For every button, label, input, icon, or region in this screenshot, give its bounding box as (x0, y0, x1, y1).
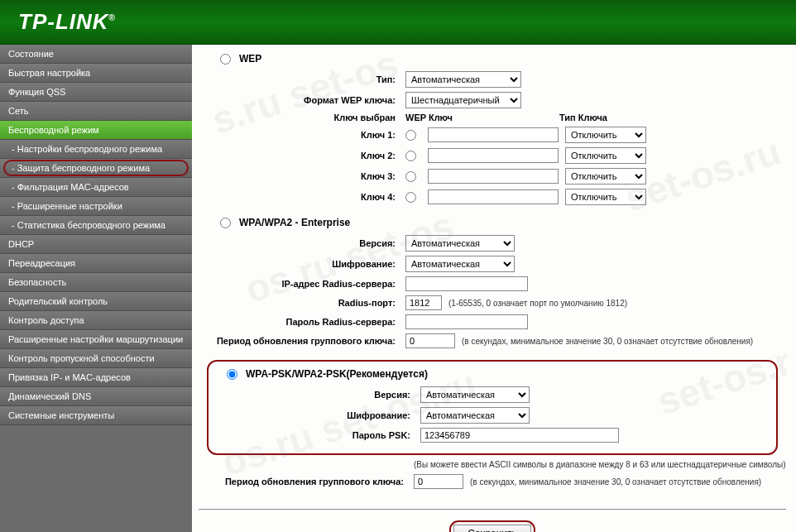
psk-password-label: Пароль PSK: (213, 430, 420, 440)
wep-format-label: Формат WEP ключа: (199, 95, 405, 105)
sidebar-item-9[interactable]: - Статистика беспроводного режима (0, 216, 192, 235)
wep-key-2-radio[interactable] (405, 151, 416, 161)
wpa-enterprise-section: WPA/WPA2 - Enterprise Версия: Автоматиче… (199, 217, 786, 348)
sidebar-item-12[interactable]: Безопасность (0, 273, 192, 292)
wep-col-type: Тип Ключа (559, 113, 708, 122)
sidebar-item-10[interactable]: DHCP (0, 235, 192, 254)
main-content: s.ru set-os os.ru set-os os.ru set-os.ru… (192, 45, 796, 532)
brand-logo: TP-LINK® (18, 9, 116, 35)
wep-key-4-type-select[interactable]: Отключить (565, 189, 646, 205)
wep-key-4-radio[interactable] (405, 192, 416, 203)
wep-key-1-type-select[interactable]: Отключить (565, 127, 646, 143)
radius-ip-input[interactable] (405, 276, 528, 291)
sidebar-item-15[interactable]: Расширенные настройки маршрутизации (0, 330, 192, 349)
wep-title: WEP (239, 53, 261, 65)
header: TP-LINK® (0, 0, 796, 45)
wpa-psk-groupkey-hint: (в секундах, минимальное значение 30, 0 … (470, 477, 761, 486)
wep-type-label: Тип: (199, 74, 405, 84)
wpa-ent-groupkey-input[interactable] (405, 333, 455, 348)
wep-key-3-input[interactable] (428, 169, 559, 184)
wep-radio[interactable] (220, 54, 231, 65)
wpa-psk-encryption-label: Шифрование: (213, 410, 420, 420)
wep-key-1-label: Ключ 1: (199, 130, 405, 140)
sidebar-item-1[interactable]: Быстрая настройка (0, 64, 192, 83)
sidebar-item-0[interactable]: Состояние (0, 45, 192, 64)
radius-port-hint: (1-65535, 0 означает порт по умолчанию 1… (448, 299, 627, 308)
radius-ip-label: IP-адрес Radius-сервера: (199, 279, 405, 289)
psk-hint: (Вы можете ввести ASCII символы в диапаз… (414, 460, 786, 469)
radius-pass-input[interactable] (405, 314, 528, 329)
sidebar-item-7[interactable]: - Фильтрация MAC-адресов (0, 178, 192, 197)
wep-key-3-label: Ключ 3: (199, 171, 405, 181)
wpa-ent-version-select[interactable]: Автоматическая (405, 235, 515, 252)
wpa-ent-title: WPA/WPA2 - Enterprise (239, 217, 350, 228)
radius-port-label: Radius-порт: (199, 298, 405, 308)
wpa-psk-encryption-select[interactable]: Автоматическая (420, 407, 530, 424)
sidebar-item-8[interactable]: - Расширенные настройки (0, 197, 192, 216)
sidebar-item-3[interactable]: Сеть (0, 102, 192, 121)
wep-key-1-input[interactable] (428, 127, 559, 142)
wep-format-select[interactable]: Шестнадцатеричный (405, 92, 521, 108)
wpa-psk-radio[interactable] (227, 369, 237, 380)
wpa-ent-groupkey-label: Период обновления группового ключа: (199, 336, 405, 346)
wep-key-2-input[interactable] (428, 148, 559, 163)
wep-key-selected-label: Ключ выбран (199, 113, 405, 122)
wpa-ent-encryption-select[interactable]: Автоматическая (405, 256, 515, 272)
wep-key-2-type-select[interactable]: Отключить (565, 147, 646, 164)
wpa-psk-groupkey-label: Период обновления группового ключа: (207, 477, 414, 486)
wpa-psk-version-label: Версия: (213, 390, 420, 400)
wep-key-4-input[interactable] (428, 189, 559, 204)
wpa-psk-version-select[interactable]: Автоматическая (420, 386, 530, 403)
sidebar-item-11[interactable]: Переадресация (0, 254, 192, 273)
sidebar-item-5[interactable]: - Настройки беспроводного режима (0, 140, 192, 159)
wpa-psk-title: WPA-PSK/WPA2-PSK(Рекомендуется) (246, 368, 428, 380)
sidebar-item-2[interactable]: Функция QSS (0, 83, 192, 102)
radius-pass-label: Пароль Radius-сервера: (199, 317, 405, 327)
psk-password-input[interactable] (420, 428, 619, 443)
wpa-ent-radio[interactable] (220, 218, 231, 228)
wep-section: WEP Тип: Автоматическая Формат WEP ключа… (199, 53, 786, 205)
sidebar-nav: СостояниеБыстрая настройкаФункция QSSСет… (0, 45, 192, 532)
wep-key-4-label: Ключ 4: (199, 192, 405, 202)
wpa-ent-groupkey-hint: (в секундах, минимальное значение 30, 0 … (462, 337, 753, 346)
wep-key-3-radio[interactable] (405, 171, 416, 182)
sidebar-item-4[interactable]: Беспроводной режим (0, 121, 192, 140)
sidebar-item-18[interactable]: Динамический DNS (0, 387, 192, 406)
wep-col-key: WEP Ключ (405, 113, 553, 122)
wpa-ent-encryption-label: Шифрование: (199, 259, 405, 269)
save-button[interactable]: Сохранить (453, 525, 531, 532)
wep-type-select[interactable]: Автоматическая (405, 71, 521, 88)
sidebar-item-14[interactable]: Контроль доступа (0, 311, 192, 330)
wpa-ent-version-label: Версия: (199, 238, 405, 248)
wpa-psk-groupkey-input[interactable] (414, 474, 463, 489)
wpa-psk-section: WPA-PSK/WPA2-PSK(Рекомендуется) Версия: … (207, 360, 778, 455)
radius-port-input[interactable] (405, 295, 442, 310)
wep-key-1-radio[interactable] (405, 130, 416, 141)
sidebar-item-16[interactable]: Контроль пропускной способности (0, 349, 192, 368)
sidebar-item-6[interactable]: - Защита беспроводного режима (0, 159, 192, 178)
wep-key-3-type-select[interactable]: Отключить (565, 168, 646, 185)
sidebar-item-13[interactable]: Родительский контроль (0, 292, 192, 311)
sidebar-item-19[interactable]: Системные инструменты (0, 406, 192, 425)
wep-key-2-label: Ключ 2: (199, 151, 405, 161)
save-area: Сохранить (199, 509, 786, 532)
sidebar-item-17[interactable]: Привязка IP- и MAC-адресов (0, 368, 192, 387)
